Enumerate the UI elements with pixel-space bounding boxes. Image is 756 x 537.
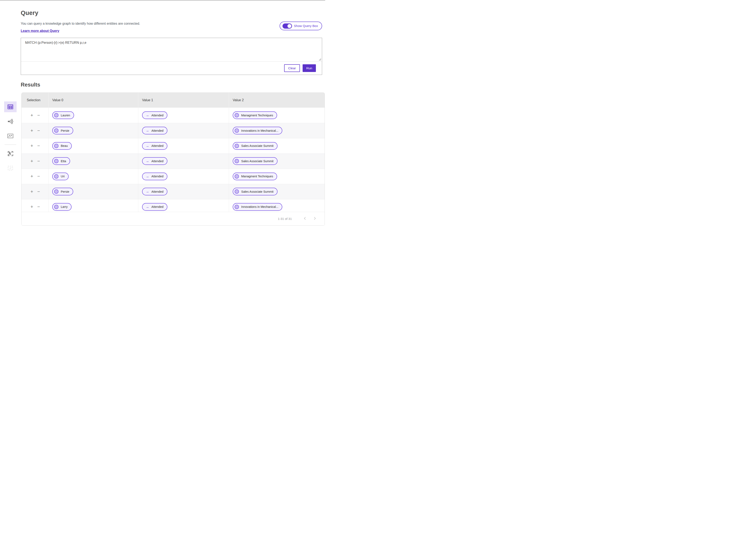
node-chip[interactable]: Larry [52,203,71,211]
toolbar-divider [5,145,16,145]
value0-cell: Etta [48,154,138,169]
edge-chip[interactable]: → Attended [142,203,167,211]
node-label: Managment Techniques [241,114,273,117]
selection-cell: + − [21,138,48,153]
value2-cell: Sales Associate Summit [229,138,325,153]
table-view-icon [8,104,13,109]
node-chip[interactable]: Sales Associate Summit [233,157,278,165]
edge-chip[interactable]: → Attended [142,173,167,180]
sidebar-item-graph-selection-view[interactable] [4,148,17,159]
selection-cell: + − [21,154,48,169]
add-to-selection-button[interactable]: + [30,174,33,179]
selection-cell: + − [21,108,48,123]
remove-from-selection-button[interactable]: − [37,159,40,163]
arrow-right-icon: → [145,113,149,117]
node-chip[interactable]: Managment Techniques [233,173,277,180]
add-to-selection-button[interactable]: + [30,113,33,118]
query-page: Query You can query a knowledge graph to… [0,0,325,231]
sidebar-item-table-view[interactable] [4,102,17,112]
node-circle-icon [235,128,239,133]
node-label: Etta [61,159,66,163]
value2-cell: Sales Associate Summit [229,184,325,199]
learn-more-link[interactable]: Learn more about Query [21,29,59,33]
prev-page-button[interactable] [302,216,307,222]
resize-handle-icon[interactable] [318,58,321,61]
selection-cell: + − [21,123,48,138]
results-table: Selection Value 0 Value 1 Value 2 + − La… [21,93,325,226]
node-chip[interactable]: Uri [52,173,69,180]
edge-chip[interactable]: → Attended [142,111,167,119]
clear-button[interactable]: Clear [284,64,300,72]
sidebar-item-network-view[interactable] [4,116,17,127]
edge-chip[interactable]: → Attended [142,127,167,134]
remove-from-selection-button[interactable]: − [37,128,40,133]
value1-cell: → Attended [138,123,229,138]
value0-cell: Persie [48,123,138,138]
pagination-range: 1-31 of 31 [278,217,292,221]
node-chip[interactable]: Sales Associate Summit [233,142,278,150]
remove-from-selection-button[interactable]: − [37,113,40,118]
node-circle-icon [54,174,59,179]
node-label: Innovations in Mechanical... [241,129,278,132]
value1-cell: → Attended [138,199,229,212]
node-circle-icon [235,205,239,209]
query-input[interactable]: MATCH (p:Person)-[r]->(e) RETURN p,r,e [21,38,322,62]
edge-label: Attended [151,159,163,163]
node-chip[interactable]: Beau [52,142,72,150]
node-chip[interactable]: Managment Techniques [233,111,277,119]
edge-chip[interactable]: → Attended [142,188,167,195]
value0-cell: Larry [48,199,138,212]
node-label: Persie [61,190,69,193]
edge-label: Attended [151,205,163,208]
query-input-wrap: MATCH (p:Person)-[r]->(e) RETURN p,r,e [21,38,322,62]
node-chip[interactable]: Innovations in Mechanical... [233,127,282,134]
column-header-value1: Value 1 [138,93,229,108]
node-chip[interactable]: Sales Associate Summit [233,188,278,195]
remove-from-selection-button[interactable]: − [37,204,40,209]
add-to-selection-button[interactable]: + [30,144,33,148]
node-circle-icon [235,189,239,194]
edge-chip[interactable]: → Attended [142,157,167,165]
run-button[interactable]: Run [302,64,316,72]
add-to-selection-button[interactable]: + [30,204,33,209]
value2-cell: Innovations in Mechanical... [229,199,325,212]
edge-chip[interactable]: → Attended [142,142,167,150]
value0-cell: Beau [48,138,138,153]
remove-from-selection-button[interactable]: − [37,189,40,194]
chart-view-icon [8,134,13,138]
remove-from-selection-button[interactable]: − [37,174,40,179]
table-footer: 1-31 of 31 [21,212,325,226]
show-query-box-toggle[interactable]: Show Query Box [280,21,322,30]
edge-label: Attended [151,190,163,193]
edge-label: Attended [151,114,163,117]
selection-cell: + − [21,184,48,199]
add-to-selection-button[interactable]: + [30,189,33,194]
value1-cell: → Attended [138,138,229,153]
edge-label: Attended [151,175,163,178]
next-page-button[interactable] [313,216,317,222]
arrow-right-icon: → [145,144,149,148]
table-row: + − Larry → Attended Innovations in Mech… [21,199,325,212]
add-to-selection-button[interactable]: + [30,128,33,133]
node-label: Sales Associate Summit [241,144,274,147]
value0-cell: Uri [48,169,138,184]
node-chip[interactable]: Lauren [52,111,74,119]
remove-from-selection-button[interactable]: − [37,144,40,148]
toggle-switch-icon [283,23,292,29]
table-row: + − Beau → Attended Sales Associate Summ… [21,138,325,153]
value1-cell: → Attended [138,184,229,199]
page-description: You can query a knowledge graph to ident… [21,22,322,25]
value0-cell: Persie [48,184,138,199]
add-to-selection-button[interactable]: + [30,159,33,163]
node-chip[interactable]: Persie [52,127,73,134]
node-chip[interactable]: Etta [52,157,70,165]
node-chip[interactable]: Innovations in Mechanical... [233,203,282,211]
value0-cell: Lauren [48,108,138,123]
view-toolbar [4,102,17,173]
node-chip[interactable]: Persie [52,188,73,195]
table-row: + − Uri → Attended Managment Techniques [21,169,325,184]
sidebar-item-chart-view[interactable] [4,131,17,141]
chevron-left-icon [304,217,306,220]
arrow-right-icon: → [145,175,149,178]
column-header-value2: Value 2 [229,93,325,108]
